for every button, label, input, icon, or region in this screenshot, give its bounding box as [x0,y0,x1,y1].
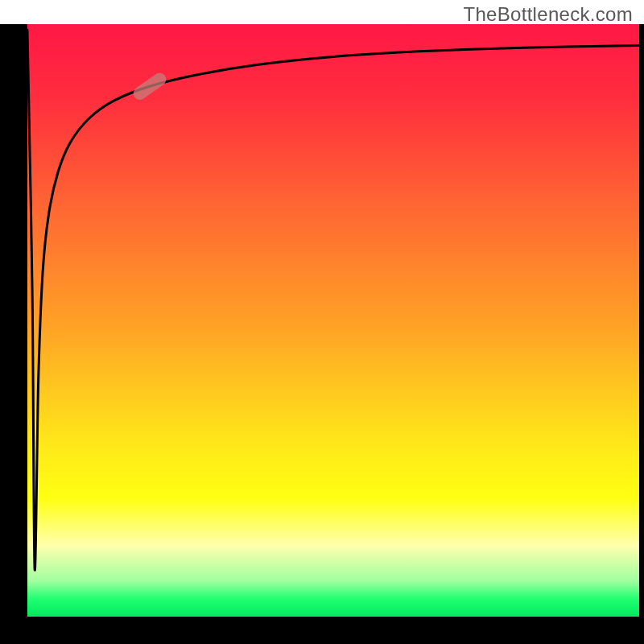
bottleneck-chart [0,0,644,644]
chart-container: TheBottleneck.com [0,0,644,644]
axis-left [0,24,27,644]
plot-background [27,24,639,617]
axis-bottom [0,617,644,644]
attribution-text: TheBottleneck.com [463,3,633,26]
frame-right [639,24,644,617]
